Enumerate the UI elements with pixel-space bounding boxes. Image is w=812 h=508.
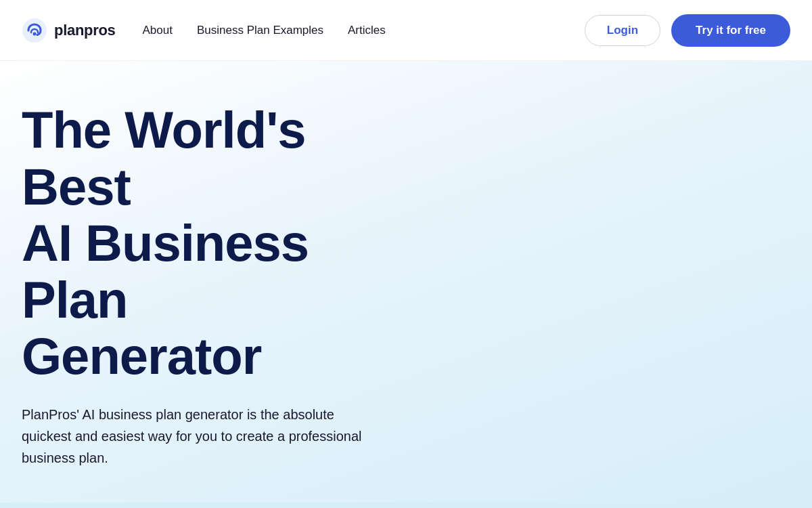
navbar-left: planpros About Business Plan Examples Ar… — [22, 18, 386, 43]
login-button[interactable]: Login — [585, 15, 660, 46]
hero-title-line1: The World's Best — [22, 101, 305, 215]
try-button[interactable]: Try it for free — [671, 14, 790, 47]
nav-business-plan-examples[interactable]: Business Plan Examples — [197, 24, 323, 37]
nav-articles[interactable]: Articles — [348, 24, 386, 37]
hero-title: The World's Best AI Business Plan Genera… — [22, 102, 414, 385]
hero-subtitle: PlanPros' AI business plan generator is … — [22, 404, 374, 469]
nav-about[interactable]: About — [143, 24, 173, 37]
svg-point-1 — [33, 32, 37, 35]
logo-text: planpros — [54, 22, 116, 39]
hero-title-line2: AI Business Plan — [22, 214, 309, 329]
nav-links: About Business Plan Examples Articles — [143, 24, 386, 37]
logo-icon — [22, 18, 47, 43]
hero-section: The World's Best AI Business Plan Genera… — [0, 61, 812, 503]
cta-section: Try PlanPros AI Business Plan Generator … — [0, 503, 812, 508]
logo[interactable]: planpros — [22, 18, 116, 43]
svg-point-0 — [22, 18, 47, 43]
navbar-right: Login Try it for free — [585, 14, 790, 47]
hero-title-line3: Generator — [22, 327, 261, 385]
navbar: planpros About Business Plan Examples Ar… — [0, 0, 812, 61]
